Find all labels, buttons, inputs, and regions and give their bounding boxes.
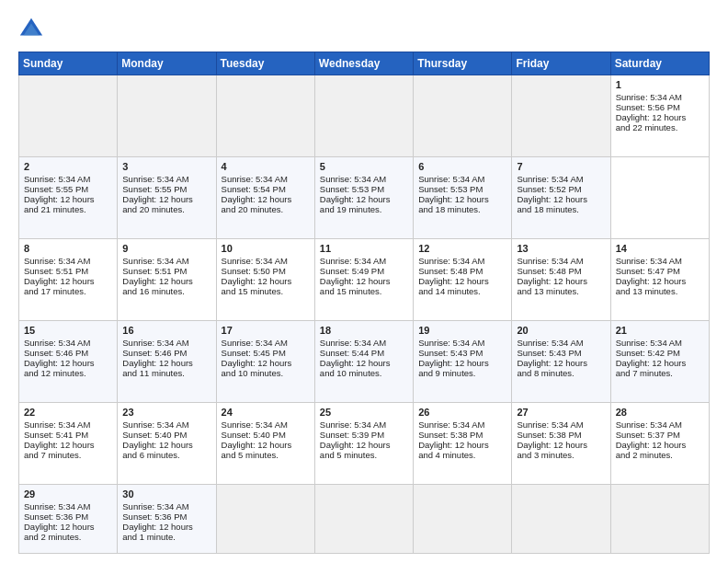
cell-text: Sunset: 5:36 PM [122,511,210,522]
cell-text: Sunrise: 5:34 AM [24,174,112,184]
calendar-cell: 20Sunrise: 5:34 AMSunset: 5:43 PMDayligh… [512,321,610,403]
calendar-cell: 1Sunrise: 5:34 AMSunset: 5:56 PMDaylight… [610,75,709,157]
cell-text: and 3 minutes. [517,450,605,460]
day-number: 9 [122,243,210,254]
logo [18,17,48,42]
cell-text: and 9 minutes. [418,368,506,378]
cell-text: and 6 minutes. [122,450,210,460]
cell-text: Sunrise: 5:34 AM [122,256,210,266]
cell-text: Sunrise: 5:34 AM [122,338,210,348]
cell-text: Daylight: 12 hours [24,440,112,450]
cell-text: Sunset: 5:40 PM [122,430,210,440]
day-number: 10 [222,243,310,254]
cell-text: Sunrise: 5:34 AM [418,256,506,266]
calendar-cell: 16Sunrise: 5:34 AMSunset: 5:46 PMDayligh… [118,321,216,403]
cell-text: Sunset: 5:54 PM [222,184,310,194]
cell-text: and 15 minutes. [320,286,408,296]
calendar-header-tuesday: Tuesday [216,52,314,75]
calendar-header-row: SundayMondayTuesdayWednesdayThursdayFrid… [19,52,710,75]
cell-text: Sunrise: 5:34 AM [517,256,605,266]
cell-text: Sunset: 5:43 PM [418,348,506,358]
cell-text: Sunset: 5:53 PM [418,184,506,194]
calendar-cell: 24Sunrise: 5:34 AMSunset: 5:40 PMDayligh… [216,403,314,485]
cell-text: and 13 minutes. [517,286,605,296]
cell-text: Daylight: 12 hours [24,194,112,204]
cell-text: Sunset: 5:53 PM [320,184,408,194]
calendar-cell: 8Sunrise: 5:34 AMSunset: 5:51 PMDaylight… [19,239,118,321]
cell-text: and 2 minutes. [616,450,704,460]
cell-text: Daylight: 12 hours [616,112,704,122]
day-number: 12 [418,243,506,254]
cell-text: and 13 minutes. [616,286,704,296]
calendar-week-row: 1Sunrise: 5:34 AMSunset: 5:56 PMDaylight… [19,75,710,157]
cell-text: Sunset: 5:39 PM [320,430,408,440]
day-number: 5 [320,161,408,172]
cell-text: and 20 minutes. [222,204,310,214]
day-number: 28 [616,407,704,418]
cell-text: Sunset: 5:45 PM [222,348,310,358]
calendar-cell [19,75,118,157]
cell-text: Daylight: 12 hours [222,276,310,286]
cell-text: Daylight: 12 hours [517,194,605,204]
cell-text: Sunrise: 5:34 AM [517,338,605,348]
cell-text: Sunset: 5:55 PM [24,184,112,194]
logo-icon [18,17,44,42]
cell-text: Sunset: 5:47 PM [616,266,704,276]
calendar-cell: 19Sunrise: 5:34 AMSunset: 5:43 PMDayligh… [414,321,512,403]
cell-text: Sunset: 5:51 PM [122,266,210,276]
cell-text: Sunrise: 5:34 AM [517,419,605,430]
day-number: 7 [517,161,605,172]
cell-text: Daylight: 12 hours [24,276,112,286]
day-number: 21 [616,325,704,336]
cell-text: Sunset: 5:50 PM [222,266,310,276]
calendar-week-row: 15Sunrise: 5:34 AMSunset: 5:46 PMDayligh… [19,321,710,403]
cell-text: Sunrise: 5:34 AM [24,419,112,430]
cell-text: Sunset: 5:38 PM [418,430,506,440]
cell-text: and 14 minutes. [418,286,506,296]
day-number: 25 [320,407,408,418]
cell-text: Daylight: 12 hours [616,358,704,368]
cell-text: Sunset: 5:38 PM [517,430,605,440]
cell-text: and 18 minutes. [517,204,605,214]
cell-text: Sunrise: 5:34 AM [122,174,210,184]
calendar-cell: 18Sunrise: 5:34 AMSunset: 5:44 PMDayligh… [314,321,413,403]
calendar-table: SundayMondayTuesdayWednesdayThursdayFrid… [18,52,710,554]
calendar-header-monday: Monday [118,52,216,75]
cell-text: Daylight: 12 hours [517,276,605,286]
cell-text: and 19 minutes. [320,204,408,214]
calendar-cell [314,75,413,157]
calendar-cell: 21Sunrise: 5:34 AMSunset: 5:42 PMDayligh… [610,321,709,403]
cell-text: and 7 minutes. [616,368,704,378]
cell-text: Sunrise: 5:34 AM [517,174,605,184]
calendar-cell [414,485,512,554]
cell-text: Daylight: 12 hours [222,358,310,368]
cell-text: Sunrise: 5:34 AM [24,501,112,511]
cell-text: Sunrise: 5:34 AM [320,338,408,348]
cell-text: Sunrise: 5:34 AM [122,501,210,511]
cell-text: Daylight: 12 hours [517,440,605,450]
cell-text: and 11 minutes. [122,368,210,378]
cell-text: and 1 minute. [122,532,210,542]
cell-text: and 12 minutes. [24,368,112,378]
cell-text: Sunrise: 5:34 AM [320,174,408,184]
calendar-cell: 22Sunrise: 5:34 AMSunset: 5:41 PMDayligh… [19,403,118,485]
calendar-week-row: 2Sunrise: 5:34 AMSunset: 5:55 PMDaylight… [19,157,710,239]
calendar-cell: 23Sunrise: 5:34 AMSunset: 5:40 PMDayligh… [118,403,216,485]
day-number: 15 [24,325,112,336]
cell-text: Sunset: 5:52 PM [517,184,605,194]
cell-text: Daylight: 12 hours [24,358,112,368]
calendar-cell: 27Sunrise: 5:34 AMSunset: 5:38 PMDayligh… [512,403,610,485]
calendar-cell: 10Sunrise: 5:34 AMSunset: 5:50 PMDayligh… [216,239,314,321]
cell-text: Sunset: 5:43 PM [517,348,605,358]
cell-text: Sunrise: 5:34 AM [222,338,310,348]
day-number: 19 [418,325,506,336]
cell-text: Daylight: 12 hours [24,522,112,532]
cell-text: and 4 minutes. [418,450,506,460]
day-number: 29 [24,488,112,500]
cell-text: Daylight: 12 hours [122,358,210,368]
calendar-cell: 29Sunrise: 5:34 AMSunset: 5:36 PMDayligh… [19,485,118,554]
calendar-cell: 6Sunrise: 5:34 AMSunset: 5:53 PMDaylight… [414,157,512,239]
cell-text: Daylight: 12 hours [222,194,310,204]
cell-text: Sunrise: 5:34 AM [320,419,408,430]
cell-text: Daylight: 12 hours [418,440,506,450]
